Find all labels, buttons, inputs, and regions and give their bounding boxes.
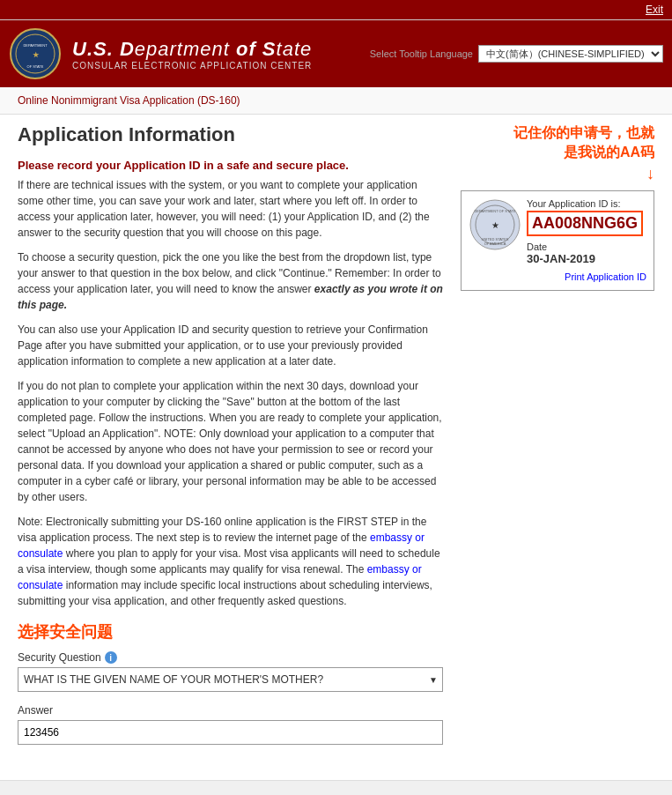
security-question-dropdown[interactable]: WHAT IS THE GIVEN NAME OF YOUR MOTHER'S …: [18, 667, 443, 692]
top-bar: Exit: [0, 0, 672, 19]
svg-text:DEPARTMENT: DEPARTMENT: [23, 43, 48, 48]
breadcrumb-link[interactable]: Online Nonimmigrant Visa Application (DS…: [18, 94, 240, 107]
header-title: U.S. Department of State CONSULAR ELECTR…: [72, 38, 370, 71]
id-info: Your Application ID is: AA008NNG6G Date …: [527, 198, 646, 265]
id-label: Your Application ID is:: [527, 198, 646, 209]
print-application-id-link[interactable]: Print Application ID: [565, 271, 646, 282]
svg-text:OF AMERICA: OF AMERICA: [484, 241, 506, 246]
answer-label: Answer: [18, 704, 443, 717]
svg-text:OF STATE: OF STATE: [27, 64, 44, 69]
svg-text:★: ★: [33, 51, 40, 59]
security-question-wrapper: WHAT IS THE GIVEN NAME OF YOUR MOTHER'S …: [18, 667, 443, 692]
page-title: Application Information: [18, 123, 443, 146]
language-dropdown[interactable]: 中文(简体）(CHINESE-SIMPLIFIED) English Españ…: [478, 45, 663, 63]
paragraph-5: Note: Electronically submitting your DS-…: [18, 514, 443, 609]
application-id-value: AA008NNG6G: [527, 211, 643, 236]
important-notice: Please record your Application ID in a s…: [18, 159, 443, 172]
id-date-label: Date: [527, 241, 646, 252]
breadcrumb: Online Nonimmigrant Visa Application (DS…: [0, 87, 672, 115]
answer-group: Answer: [18, 704, 443, 745]
language-selector: Select Tooltip Language 中文(简体）(CHINESE-S…: [370, 45, 663, 63]
arrow-icon: ↓: [461, 163, 654, 185]
security-title: 选择安全问题: [18, 621, 443, 643]
main-content: Application Information Please record yo…: [18, 123, 443, 762]
security-section: 选择安全问题 Security Question i WHAT IS THE G…: [18, 621, 443, 745]
paragraph-4: If you do not plan to complete your appl…: [18, 378, 443, 505]
id-card: DEPARTMENT OF STATE ★ UNITED STATES OF A…: [461, 190, 654, 291]
svg-text:DEPARTMENT OF STATE: DEPARTMENT OF STATE: [474, 209, 516, 213]
print-link-wrapper: Print Application ID: [469, 271, 646, 283]
lang-label: Select Tooltip Language: [370, 48, 473, 59]
id-card-wrapper: 记住你的申请号，也就 是我说的AA码 ↓ DEPARTMENT OF STATE…: [461, 123, 654, 762]
answer-input[interactable]: [18, 720, 443, 745]
id-annotation: 记住你的申请号，也就 是我说的AA码 ↓: [461, 123, 654, 185]
security-question-label: Security Question i: [18, 651, 443, 664]
embassy-link-1[interactable]: embassy or consulate: [18, 531, 425, 560]
info-icon[interactable]: i: [105, 651, 117, 664]
main-header: ★ DEPARTMENT OF STATE U.S. Department of…: [0, 19, 672, 87]
exit-button[interactable]: Exit: [646, 4, 663, 16]
svg-text:★: ★: [491, 220, 499, 230]
paragraph-3: You can also use your Application ID and…: [18, 322, 443, 369]
department-seal: ★ DEPARTMENT OF STATE: [9, 27, 62, 80]
footer-buttons: Continue Cancel: [0, 780, 672, 795]
paragraph-1: If there are technical issues with the s…: [18, 177, 443, 241]
embassy-link-2[interactable]: embassy or consulate: [18, 563, 422, 591]
content-area: Application Information Please record yo…: [0, 115, 672, 780]
card-seal: DEPARTMENT OF STATE ★ UNITED STATES OF A…: [469, 198, 521, 251]
paragraph-2: To choose a security question, pick the …: [18, 249, 443, 313]
id-date-value: 30-JAN-2019: [527, 252, 646, 265]
dept-name: U.S. Department of State: [72, 38, 370, 61]
dept-subtitle: CONSULAR ELECTRONIC APPLICATION CENTER: [72, 61, 370, 71]
